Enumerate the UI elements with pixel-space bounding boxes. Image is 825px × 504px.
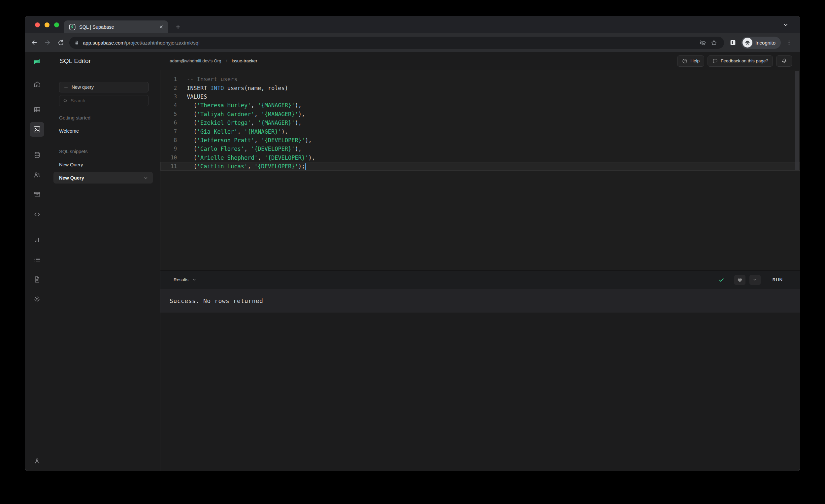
code-line[interactable]: 4 ('Theresa Hurley', '{MANAGER}'),: [160, 101, 800, 110]
feedback-button[interactable]: Feedback on this page?: [707, 56, 773, 67]
lock-icon: [74, 40, 80, 46]
code-text: ('Ezekiel Ortega', '{MANAGER}'),: [177, 120, 302, 126]
code-line[interactable]: 3VALUES: [160, 92, 800, 101]
line-number: 3: [160, 94, 177, 100]
code-line[interactable]: 7 ('Gia Keller', '{MANAGER}'),: [160, 127, 800, 136]
main-header: adam@windmill.dev's Org / issue-tracker …: [160, 52, 800, 70]
window-controls: [35, 16, 59, 33]
results-label: Results: [173, 277, 189, 282]
line-number: 4: [160, 102, 177, 108]
code-text: ('Gia Keller', '{MANAGER}'),: [177, 128, 288, 135]
snippet-search[interactable]: [59, 95, 149, 106]
notifications-button[interactable]: [776, 56, 792, 67]
forward-button[interactable]: [41, 36, 54, 49]
new-tab-button[interactable]: [172, 21, 183, 32]
new-query-button-label: New query: [72, 84, 94, 90]
search-input[interactable]: [71, 98, 145, 103]
incognito-icon: [743, 38, 752, 48]
favorite-heart-icon[interactable]: [734, 275, 745, 285]
browser-tab[interactable]: SQL | Supabase: [64, 20, 168, 33]
rail-item-database[interactable]: [30, 148, 44, 162]
line-number: 5: [160, 111, 177, 117]
tab-strip: SQL | Supabase: [25, 16, 800, 33]
help-circle-icon: [682, 58, 688, 64]
code-line[interactable]: 11 ('Caitlin Lucas', '{DEVELOPER}');: [160, 162, 800, 171]
reload-button[interactable]: [54, 36, 67, 49]
supabase-favicon-icon: [69, 23, 76, 31]
breadcrumb-org[interactable]: adam@windmill.dev's Org: [170, 58, 221, 63]
rail-item-settings[interactable]: [30, 292, 44, 306]
rail-item-api-docs[interactable]: [30, 272, 44, 286]
code-line[interactable]: 2INSERT INTO users(name, roles): [160, 83, 800, 92]
browser-menu-kebab-icon[interactable]: [783, 37, 795, 48]
code-text: ('Carlo Flores', '{DEVELOPER}'),: [177, 146, 302, 152]
code-text: ('Caitlin Lucas', '{DEVELOPER}');: [177, 163, 306, 170]
panel-header: SQL Editor: [49, 52, 160, 70]
line-number: 7: [160, 129, 177, 135]
plus-icon: [63, 84, 69, 90]
content-filler: [160, 312, 800, 471]
feedback-button-label: Feedback on this page?: [721, 58, 768, 63]
sql-code-editor[interactable]: 1-- Insert users2INSERT INTO users(name,…: [160, 70, 800, 270]
chevron-down-icon[interactable]: [143, 175, 149, 181]
incognito-badge[interactable]: Incognito: [741, 37, 781, 49]
success-message: Success. No rows returned: [170, 297, 263, 304]
tab-search-chevron-icon[interactable]: [780, 19, 791, 30]
rail-item-home[interactable]: [30, 77, 44, 91]
code-line[interactable]: 6 ('Ezekiel Ortega', '{MANAGER}'),: [160, 119, 800, 127]
code-text: VALUES: [177, 93, 207, 100]
zoom-window-button[interactable]: [54, 22, 59, 27]
rail-item-edge-functions[interactable]: [30, 207, 44, 221]
breadcrumb-project[interactable]: issue-tracker: [232, 58, 257, 63]
password-eye-off-icon[interactable]: [697, 37, 708, 48]
snippet-item-new-query-selected[interactable]: New Query: [54, 172, 153, 184]
line-number: 8: [160, 137, 177, 143]
code-text: ('Arielle Shepherd', '{DEVELOPER}'),: [177, 154, 315, 161]
rail-item-account[interactable]: [30, 453, 44, 468]
main-area: adam@windmill.dev's Org / issue-tracker …: [160, 52, 800, 471]
code-line[interactable]: 8 ('Jefferson Pratt', '{DEVELOPER}'),: [160, 136, 800, 145]
supabase-logo-icon[interactable]: [25, 52, 49, 72]
help-button[interactable]: Help: [677, 56, 704, 67]
snippet-item-welcome[interactable]: Welcome: [59, 128, 160, 134]
rail-item-authentication[interactable]: [30, 167, 44, 182]
text-cursor: [305, 163, 306, 170]
new-query-button[interactable]: New query: [59, 82, 149, 92]
header-actions: Help Feedback on this page?: [677, 56, 792, 67]
results-bar: Results: [160, 270, 800, 289]
rail-divider: [32, 227, 42, 227]
browser-toolbar: app.supabase.com/project/azahtnhqohyjerz…: [25, 33, 800, 52]
side-panel-icon[interactable]: [727, 37, 739, 48]
code-text: ('Theresa Hurley', '{MANAGER}'),: [177, 102, 302, 109]
rail-item-reports[interactable]: [30, 232, 44, 247]
address-bar[interactable]: app.supabase.com/project/azahtnhqohyjerz…: [69, 37, 724, 49]
line-number: 9: [160, 146, 177, 152]
query-output: Success. No rows returned: [160, 289, 800, 312]
minimize-window-button[interactable]: [45, 22, 50, 27]
rail-item-table-editor[interactable]: [30, 102, 44, 117]
tab-close-icon[interactable]: [158, 24, 164, 30]
snippet-item-new-query[interactable]: New Query: [59, 162, 160, 167]
line-number: 11: [160, 163, 177, 169]
editor-scrollbar[interactable]: [795, 71, 799, 170]
chat-bubble-icon: [712, 58, 718, 64]
code-line[interactable]: 1-- Insert users: [160, 75, 800, 83]
results-dropdown[interactable]: Results: [173, 277, 197, 282]
code-line[interactable]: 10 ('Arielle Shepherd', '{DEVELOPER}'),: [160, 153, 800, 162]
rail-item-sql-editor[interactable]: [30, 122, 44, 137]
selected-snippet-label: New Query: [59, 175, 143, 181]
breadcrumb: adam@windmill.dev's Org / issue-tracker: [170, 58, 257, 63]
run-options-chevron-icon[interactable]: [749, 275, 761, 285]
help-button-label: Help: [690, 58, 699, 63]
rail-item-storage[interactable]: [30, 187, 44, 202]
close-window-button[interactable]: [35, 22, 40, 27]
code-line[interactable]: 5 ('Taliyah Gardner', '{MANAGER}'),: [160, 110, 800, 119]
rail-divider: [32, 97, 42, 97]
run-controls: RUN: [716, 275, 783, 285]
indent-guide: [188, 101, 188, 171]
rail-item-logs[interactable]: [30, 252, 44, 267]
code-line[interactable]: 9 ('Carlo Flores', '{DEVELOPER}'),: [160, 145, 800, 153]
bookmark-star-icon[interactable]: [708, 37, 720, 48]
back-button[interactable]: [28, 36, 41, 49]
run-button[interactable]: RUN: [772, 277, 783, 282]
